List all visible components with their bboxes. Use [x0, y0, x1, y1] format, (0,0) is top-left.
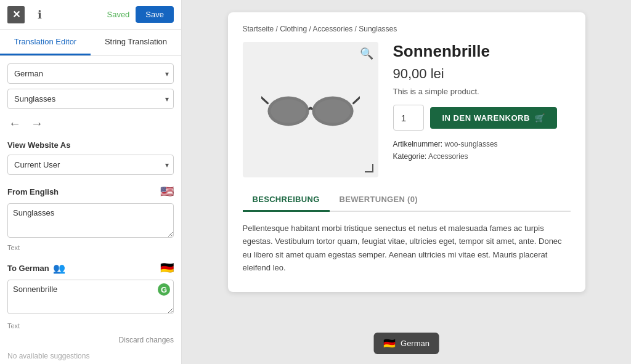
product-info: Sonnenbrille 90,00 lei This is a simple …	[393, 42, 571, 163]
svg-line-5	[353, 97, 359, 103]
next-arrow-button[interactable]: →	[30, 115, 44, 132]
tab-bar: Translation Editor String Translation	[0, 30, 181, 56]
product-area: 🔍	[243, 42, 571, 177]
right-panel: Startseite / Clothing / Accessories / Su…	[182, 0, 631, 364]
no-suggestions-label: No available suggestions	[7, 352, 174, 360]
from-english-label: From English	[7, 187, 59, 196]
english-flag-icon: 🇺🇸	[160, 185, 174, 198]
user-select[interactable]: Current User Guest Administrator	[7, 155, 174, 175]
language-bar[interactable]: 🇩🇪 German	[373, 333, 439, 354]
tab-translation-editor[interactable]: Translation Editor	[0, 30, 91, 55]
category-value-text: Accessories	[428, 152, 468, 161]
view-website-as-label: View Website As	[7, 140, 174, 150]
lang-bar-label: German	[401, 339, 429, 348]
language-select-wrapper: German French Spanish ▾	[7, 63, 174, 84]
product-description: Pellentesque habitant morbi tristique se…	[243, 222, 571, 275]
tab-bewertungen[interactable]: BEWERTUNGEN (0)	[330, 188, 428, 212]
svg-point-1	[271, 99, 306, 123]
quantity-cart-area: 1 IN DEN WARENKORB 🛒	[393, 105, 571, 131]
discard-row: Discard changes	[7, 336, 174, 344]
preview-card: Startseite / Clothing / Accessories / Su…	[228, 12, 585, 292]
german-flag-icon: 🇩🇪	[160, 261, 174, 275]
nav-arrows: ← →	[7, 114, 174, 133]
from-english-header: From English 🇺🇸	[7, 185, 174, 198]
sku-row: Artikelnummer: woo-sunglasses	[393, 138, 571, 150]
lang-bar-flag-icon: 🇩🇪	[383, 338, 396, 349]
top-bar: ✕ ℹ Saved Save	[0, 0, 181, 30]
info-icon[interactable]: ℹ	[31, 6, 48, 23]
people-icon: 👥	[53, 262, 65, 274]
saved-label: Saved	[107, 10, 129, 19]
tab-beschreibung[interactable]: BESCHREIBUNG	[243, 188, 330, 212]
cart-icon: 🛒	[535, 113, 545, 123]
category-row: Kategorie: Accessories	[393, 150, 571, 163]
save-button[interactable]: Save	[136, 6, 174, 23]
to-german-header: To German 👥 🇩🇪	[7, 261, 174, 275]
left-panel: ✕ ℹ Saved Save Translation Editor String…	[0, 0, 182, 364]
corner-bracket-icon	[365, 164, 373, 172]
from-english-field-type: Text	[7, 244, 174, 251]
to-german-textarea[interactable]: Sonnenbrille	[7, 280, 174, 314]
add-to-cart-button[interactable]: IN DEN WARENKORB 🛒	[430, 107, 558, 129]
product-price: 90,00 lei	[393, 66, 571, 82]
tab-string-translation[interactable]: String Translation	[91, 30, 181, 55]
from-english-textarea[interactable]: Sunglasses	[7, 203, 174, 238]
svg-line-4	[261, 97, 267, 103]
close-button[interactable]: ✕	[7, 6, 25, 23]
quantity-input[interactable]: 1	[393, 105, 424, 131]
prev-arrow-button[interactable]: ←	[7, 115, 22, 132]
product-meta: Artikelnummer: woo-sunglasses Kategorie:…	[393, 138, 571, 163]
product-select-wrapper: Sunglasses T-Shirt Hat ▾	[7, 89, 174, 109]
category-label: Kategorie:	[393, 152, 427, 161]
product-title: Sonnenbrille	[393, 42, 571, 61]
product-tabs: BESCHREIBUNG BEWERTUNGEN (0)	[243, 188, 571, 212]
user-select-wrapper: Current User Guest Administrator ▾	[7, 155, 174, 175]
to-german-label: To German 👥	[7, 262, 65, 274]
product-select[interactable]: Sunglasses T-Shirt Hat	[7, 89, 174, 109]
auto-translate-icon: G	[158, 283, 170, 296]
product-image	[261, 87, 360, 132]
product-short-description: This is a simple product.	[393, 87, 571, 96]
sku-value-text: woo-sunglasses	[445, 140, 498, 148]
to-german-field-type: Text	[7, 322, 174, 330]
breadcrumb: Startseite / Clothing / Accessories / Su…	[243, 25, 571, 33]
cart-button-label: IN DEN WARENKORB	[442, 113, 530, 123]
product-image-box: 🔍	[243, 42, 378, 177]
sku-label: Artikelnummer:	[393, 140, 443, 148]
zoom-icon[interactable]: 🔍	[360, 47, 373, 60]
to-german-textarea-wrapper: Sonnenbrille G	[7, 280, 174, 316]
language-select[interactable]: German French Spanish	[7, 63, 174, 84]
panel-body: German French Spanish ▾ Sunglasses T-Shi…	[0, 56, 181, 364]
discard-button[interactable]: Discard changes	[119, 336, 174, 344]
svg-point-3	[315, 99, 351, 123]
